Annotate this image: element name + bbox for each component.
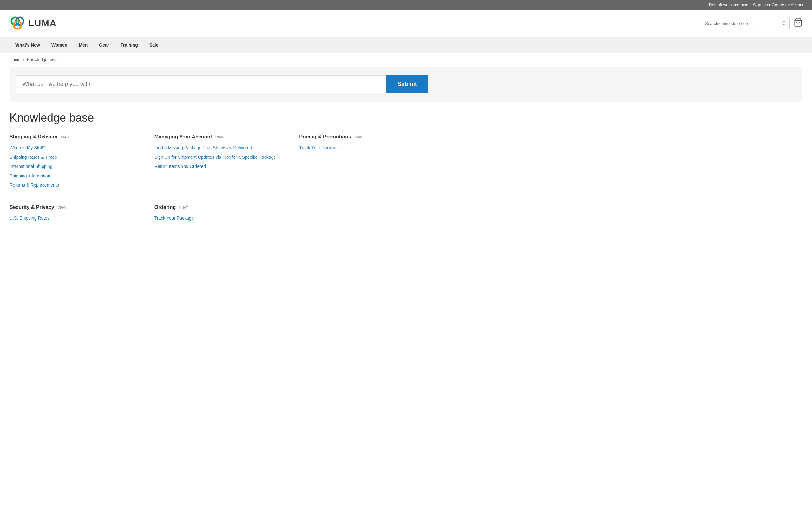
link-find-missing-package[interactable]: Find a Missing Package That Shows as Del… [154,145,252,150]
search-banner-inner: Submit [16,75,428,93]
search-banner: Submit [9,66,803,102]
link-shipment-updates-text[interactable]: Sign Up for Shipment Updates via Text fo… [154,155,276,160]
list-item: Shipping Information [9,173,145,179]
nav-men[interactable]: Men [73,38,93,53]
or-text: or [767,3,771,7]
nav-training[interactable]: Training [115,38,143,53]
nav-sale[interactable]: Sale [144,38,164,53]
nav-whats-new[interactable]: What's New [9,38,46,53]
category-shipping-delivery-view[interactable]: View [61,135,69,139]
category-security-privacy-title: Security & Privacy [9,205,54,210]
nav-women[interactable]: Women [46,38,73,53]
empty-column [299,205,435,228]
signin-link[interactable]: Sign In [753,3,766,7]
link-track-package-ordering[interactable]: Track Your Package [154,216,194,221]
svg-point-3 [782,21,785,25]
link-shipping-information[interactable]: Shipping Information [9,173,50,178]
category-pricing-promotions-links: Track Your Package [299,145,435,151]
category-managing-account-links: Find a Missing Package That Shows as Del… [154,145,290,170]
list-item: Return Items You Ordered [154,164,290,170]
header-search-box[interactable] [701,18,790,30]
breadcrumb: Home › Knowledge base [0,53,812,66]
category-security-privacy-links: U.S. Shipping Rates [9,215,145,222]
category-shipping-delivery-title: Shipping & Delivery [9,134,57,140]
logo-area[interactable]: LUMA [9,15,57,32]
category-shipping-delivery: Shipping & Delivery View Where's My Stuf… [9,134,145,188]
category-managing-account-title: Managing Your Account [154,134,212,140]
list-item: Sign Up for Shipment Updates via Text fo… [154,154,290,161]
link-return-items[interactable]: Return Items You Ordered [154,164,206,169]
logo-text: LUMA [29,18,57,29]
category-managing-account: Managing Your Account View Find a Missin… [154,134,290,188]
main-content: Knowledge base Shipping & Delivery View … [0,102,444,237]
category-ordering-view[interactable]: View [179,205,188,210]
breadcrumb-separator: › [23,57,24,62]
category-security-privacy-header: Security & Privacy View [9,205,145,210]
shopping-cart-icon [794,18,803,27]
cart-icon[interactable] [794,18,803,29]
list-item: Where's My Stuff? [9,145,145,151]
list-item: Find a Missing Package That Shows as Del… [154,145,290,151]
category-pricing-promotions-view[interactable]: View [354,135,363,139]
kb-search-button[interactable]: Submit [386,75,428,93]
header-search-button[interactable] [778,18,790,29]
category-pricing-promotions-header: Pricing & Promotions View [299,134,435,140]
list-item: Shipping Rates & Times [9,154,145,161]
category-security-privacy-view[interactable]: View [57,205,66,210]
category-security-privacy: Security & Privacy View U.S. Shipping Ra… [9,205,145,222]
create-account-link[interactable]: Create an Account [772,3,806,7]
header-search-input[interactable] [701,18,778,29]
welcome-message: Default welcome msg! [709,3,750,7]
nav-gear[interactable]: Gear [93,38,115,53]
luma-logo-icon [9,15,26,32]
top-bar: Default welcome msg! Sign In or Create a… [0,0,812,10]
breadcrumb-home[interactable]: Home [9,57,20,62]
list-item: U.S. Shipping Rates [9,215,145,222]
header: LUMA [0,10,812,38]
category-ordering-header: Ordering View [154,205,290,210]
category-grid-row2: Security & Privacy View U.S. Shipping Ra… [9,205,435,228]
category-ordering-title: Ordering [154,205,176,210]
category-pricing-promotions-title: Pricing & Promotions [299,134,351,140]
list-item: Track Your Package [154,215,290,222]
category-ordering-links: Track Your Package [154,215,290,222]
category-shipping-delivery-header: Shipping & Delivery View [9,134,145,140]
page-title: Knowledge base [9,111,435,124]
link-track-package-pricing[interactable]: Track Your Package [299,145,339,150]
list-item: International Shipping [9,164,145,170]
svg-line-4 [785,24,786,25]
search-icon [781,20,786,26]
category-shipping-delivery-links: Where's My Stuff? Shipping Rates & Times… [9,145,145,188]
link-international-shipping[interactable]: International Shipping [9,164,52,169]
category-managing-account-view[interactable]: View [215,135,224,139]
link-wheres-my-stuff[interactable]: Where's My Stuff? [9,145,46,150]
link-returns-replacements[interactable]: Returns & Replacements [9,182,59,187]
main-navigation: What's New Women Men Gear Training Sale [0,38,812,53]
category-pricing-promotions: Pricing & Promotions View Track Your Pac… [299,134,435,188]
link-shipping-rates-times[interactable]: Shipping Rates & Times [9,155,57,160]
category-grid-row1: Shipping & Delivery View Where's My Stuf… [9,134,435,195]
list-item: Returns & Replacements [9,182,145,188]
header-right [701,18,803,30]
breadcrumb-current: Knowledge base [27,57,57,62]
list-item: Track Your Package [299,145,435,151]
kb-search-input[interactable] [16,75,386,93]
category-ordering: Ordering View Track Your Package [154,205,290,222]
category-managing-account-header: Managing Your Account View [154,134,290,140]
link-us-shipping-rates[interactable]: U.S. Shipping Rates [9,216,49,221]
